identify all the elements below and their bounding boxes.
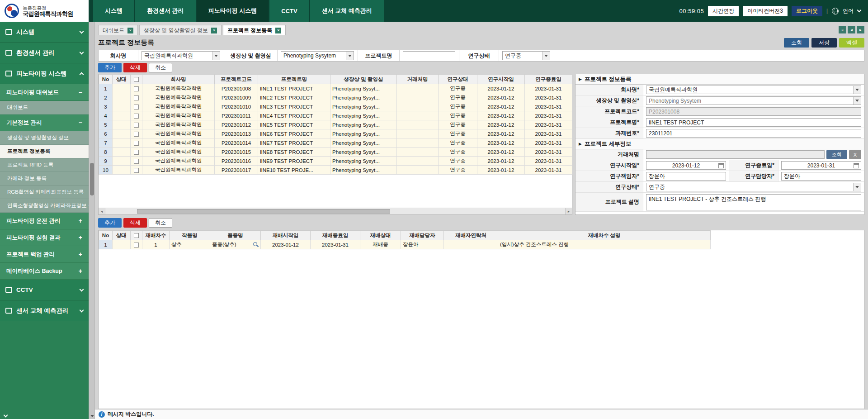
cell-system[interactable]: Phenotyping Sysyt...	[330, 138, 397, 148]
form-start-date[interactable]: 2023-01-12	[646, 161, 726, 170]
form-leader-input[interactable]: 장윤아	[646, 172, 726, 181]
top-menu-item-0[interactable]: 시스템	[93, 0, 134, 22]
top-menu-item-1[interactable]: 환경센서 관리	[135, 0, 196, 22]
filter-status-select[interactable]: 연구중	[502, 51, 550, 60]
sidebar-item-1[interactable]: 환경센서 관리	[0, 43, 89, 63]
sidebar-item-8[interactable]: 프로젝트 RFID 등록	[0, 158, 89, 172]
cell-system[interactable]: Phenotyping Sysyt...	[330, 93, 397, 102]
cell-checkbox[interactable]	[131, 157, 142, 166]
cell-code[interactable]: P202301015	[215, 148, 258, 157]
row-checkbox[interactable]	[134, 86, 139, 91]
account-button[interactable]: 아이티컨버전3	[743, 6, 788, 16]
scroll-right-arrow-icon[interactable]: ►	[565, 208, 572, 214]
cell-start[interactable]: 2023-01-12	[261, 240, 311, 249]
cell-company[interactable]: 국립원예특작과학원	[142, 138, 215, 148]
add-row-button[interactable]: 추가	[98, 218, 122, 228]
cell-checkbox[interactable]	[131, 111, 142, 120]
cell-code[interactable]: P202301013	[215, 129, 258, 138]
form-status-select[interactable]: 연구중	[646, 183, 861, 191]
cell-round[interactable]: 1	[142, 240, 170, 249]
tab-close-icon[interactable]: ×	[275, 28, 281, 33]
table-row[interactable]: 1국립원예특작과학원P202301008lINE1 TEST PROJECTPh…	[99, 84, 572, 93]
table-row[interactable]: 9국립원예특작과학원P202301016lINE9 TEST PROJECTPh…	[99, 157, 572, 166]
tab-scroll-left-button[interactable]: ◄	[848, 26, 855, 33]
cell-code[interactable]: P202301016	[215, 157, 258, 166]
cell-system[interactable]: Phenotyping Sysyt...	[330, 120, 397, 129]
cell-status[interactable]: 연구중	[439, 157, 477, 166]
cell-contact[interactable]	[444, 240, 498, 249]
cell-client[interactable]	[397, 148, 439, 157]
scrollbar-thumb[interactable]	[90, 163, 94, 195]
cell-start[interactable]: 2023-01-12	[477, 120, 525, 129]
search-icon[interactable]	[253, 242, 259, 248]
cell-company[interactable]: 국립원예특작과학원	[142, 166, 215, 175]
top-menu-item-4[interactable]: 센서 교체 예측관리	[310, 0, 384, 22]
cell-checkbox[interactable]	[131, 166, 142, 175]
table-row[interactable]: 6국립원예특작과학원P202301013lINE6 TEST PROJECTPh…	[99, 129, 572, 138]
logout-button[interactable]: 로그아웃	[792, 6, 822, 16]
cell-end[interactable]: 2023-01-31	[525, 93, 572, 102]
cell-code[interactable]: P202301009	[215, 93, 258, 102]
cell-client[interactable]	[397, 157, 439, 166]
sidebar-item-11[interactable]: 엽록소형광촬영실 카메라좌표정보 등록	[0, 199, 89, 213]
delete-row-button[interactable]: 삭제	[123, 218, 147, 228]
sidebar-item-5[interactable]: 기본정보 관리−	[0, 114, 89, 131]
row-checkbox[interactable]	[134, 105, 139, 110]
form-manager-input[interactable]: 장윤아	[781, 172, 861, 181]
cell-end[interactable]: 2023-01-31	[525, 129, 572, 138]
cell-system[interactable]: Phenotyping Sysyt...	[330, 111, 397, 120]
cell-end[interactable]: 2023-01-31	[525, 166, 572, 175]
sidebar-scrollbar[interactable]	[89, 22, 95, 419]
cell-name[interactable]: lINE2 TEST PROJECT	[258, 93, 330, 102]
chevron-down-icon[interactable]	[857, 8, 862, 13]
cell-end[interactable]: 2023-01-31	[525, 102, 572, 111]
cell-client[interactable]	[397, 84, 439, 93]
table-row[interactable]: 2국립원예특작과학원P202301009lINE2 TEST PROJECTPh…	[99, 93, 572, 102]
cell-status[interactable]: 연구중	[439, 102, 477, 111]
calendar-icon[interactable]	[718, 163, 724, 168]
cell-status[interactable]: 재배중	[360, 240, 401, 249]
cancel-button[interactable]: 취소	[149, 218, 172, 228]
sidebar-item-14[interactable]: 프로젝트 백업 관리+	[0, 246, 89, 263]
tab-scroll-right-button[interactable]: ►	[857, 26, 864, 33]
tab-1[interactable]: 생장상 및 영상촬영실 정보×	[139, 25, 222, 35]
cell-system[interactable]: Phenotyping Sysyt...	[330, 129, 397, 138]
row-checkbox[interactable]	[134, 150, 139, 155]
cell-code[interactable]: P202301011	[215, 111, 258, 120]
cell-company[interactable]: 국립원예특작과학원	[142, 111, 215, 120]
cell-checkbox[interactable]	[131, 240, 142, 249]
cell-start[interactable]: 2023-01-12	[477, 84, 525, 93]
cell-company[interactable]: 국립원예특작과학원	[142, 93, 215, 102]
cell-start[interactable]: 2023-01-12	[477, 166, 525, 175]
cell-code[interactable]: P202301012	[215, 120, 258, 129]
form-desc-textarea[interactable]: lINE1 TEST PROJECT - 상추 건조스트레스 진행	[646, 194, 861, 210]
cell-client[interactable]	[397, 93, 439, 102]
cell-system[interactable]: Phenotyping Sysyt...	[330, 157, 397, 166]
cell-name[interactable]: lINE6 TEST PROJECT	[258, 129, 330, 138]
cell-checkbox[interactable]	[131, 129, 142, 138]
cell-system[interactable]: Phenotyping Sysyt...	[330, 84, 397, 93]
cancel-button[interactable]: 취소	[149, 63, 172, 72]
row-checkbox[interactable]	[134, 123, 139, 128]
cell-start[interactable]: 2023-01-12	[477, 138, 525, 148]
tab-0[interactable]: 대쉬보드×	[98, 25, 138, 35]
form-name-input[interactable]: lINE1 TEST PROJECT	[646, 118, 861, 127]
cell-start[interactable]: 2023-01-12	[477, 102, 525, 111]
excel-button[interactable]: 엑셀	[839, 38, 864, 48]
table-row[interactable]: 11상추품종(상추)2023-01-122023-01-31재배중장윤아(임시)…	[99, 240, 711, 249]
tab-2[interactable]: 프로젝트 정보등록×	[223, 25, 286, 35]
cell-name[interactable]: lINE1 TEST PROJECT	[258, 84, 330, 93]
sidebar-item-7[interactable]: 프로젝트 정보등록	[0, 145, 89, 158]
cell-end[interactable]: 2023-01-31	[525, 120, 572, 129]
cell-system[interactable]: Phenotyping Sysyt...	[330, 148, 397, 157]
top-menu-item-3[interactable]: CCTV	[269, 0, 309, 22]
cell-status[interactable]: 연구중	[439, 166, 477, 175]
header-select-all-checkbox[interactable]	[131, 231, 142, 240]
cell-name[interactable]: lINE7 TEST PROJECT	[258, 138, 330, 148]
header-select-all-checkbox[interactable]	[131, 75, 142, 84]
sidebar-item-12[interactable]: 피노타이핑 운전 관리+	[0, 213, 89, 229]
table-row[interactable]: 10국립원예특작과학원P202301017lINE10 TEST PROJE..…	[99, 166, 572, 175]
row-checkbox[interactable]	[134, 95, 139, 100]
cell-system[interactable]: Phenotyping Sysyt...	[330, 102, 397, 111]
row-checkbox[interactable]	[134, 141, 139, 146]
